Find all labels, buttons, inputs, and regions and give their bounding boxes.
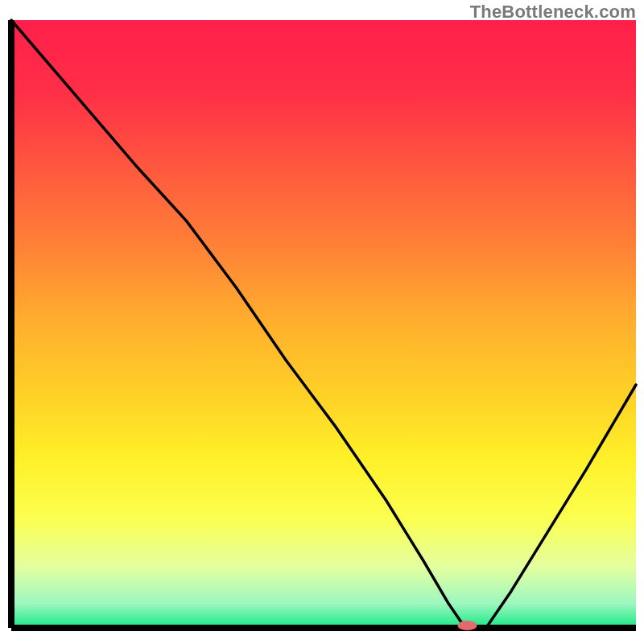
chart-background — [11, 20, 636, 628]
bottleneck-chart — [0, 0, 644, 644]
watermark-text: TheBottleneck.com — [470, 2, 636, 23]
min-marker — [458, 621, 477, 630]
